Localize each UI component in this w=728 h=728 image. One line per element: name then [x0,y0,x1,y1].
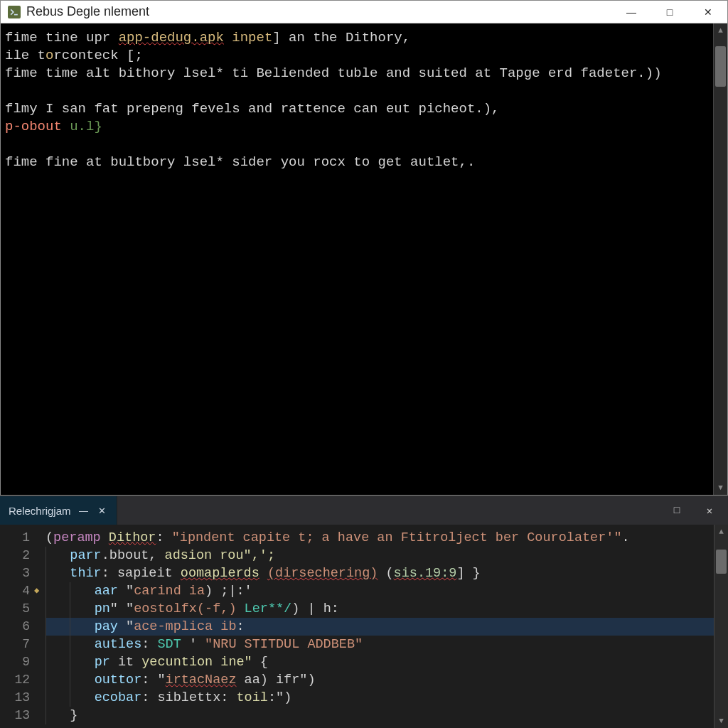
editor-window: Relechrigjam — ✕ □ ✕ 12345679121313◆ (pe… [0,496,728,728]
code-line: outtor: "irtacNaez aa) ifr") [46,671,714,689]
scroll-down-icon[interactable]: ▼ [714,481,727,495]
scroll-up-icon[interactable]: ▲ [714,525,728,539]
terminal-line: fime fine at bultbory lsel* sider you ro… [5,154,709,171]
line-number: 13 [0,689,40,707]
scroll-thumb[interactable] [716,550,727,574]
code-area[interactable]: (peramp Dithor: "ipndent capite t; a hav… [40,525,714,728]
line-number: 2 [0,547,40,564]
tab-minimize-icon[interactable]: — [78,505,90,516]
scroll-up-icon[interactable]: ▲ [714,23,727,38]
code-line: thir: sapieit oomaplerds (dirsechering) … [46,564,714,582]
editor-close-button[interactable]: ✕ [695,496,724,525]
terminal-output[interactable]: fime tine upr app-dedug.apk inpet] an th… [1,23,713,495]
terminal-line: fime tine upr app-dedug.apk inpet] an th… [5,29,709,47]
terminal-line: flmy I san fat prepeng fevels and ratten… [5,100,709,118]
terminal-line [5,82,709,100]
scroll-track[interactable] [714,539,728,714]
window-title: Rebus Degle nlement [26,4,612,19]
maximize-button[interactable]: □ [651,1,689,23]
code-line: aar "carind ia) ;|:' [46,582,714,600]
code-line: } [46,707,714,724]
tabbar-spacer [117,496,663,525]
line-number: 3 [0,564,40,582]
scroll-track[interactable] [714,38,727,481]
line-number: 7 [0,636,40,653]
line-number: 12 [0,671,40,689]
code-line: (peramp Dithor: "ipndent capite t; a hav… [46,529,714,547]
code-line: pr it yecuntion ine" { [46,653,714,671]
editor-tabbar: Relechrigjam — ✕ □ ✕ [0,496,728,525]
close-button[interactable]: ✕ [689,1,727,23]
code-line: parr.bbout, adsion rou",'; [46,547,714,564]
terminal-line: ile torconteck [; [5,47,709,65]
code-line: autles: SDT ' "NRU STITDUL ADDBEB" [46,636,714,653]
editor-window-controls: □ ✕ [663,496,728,525]
breakpoint-icon[interactable]: ◆ [34,582,39,600]
editor-scrollbar[interactable]: ▲ ▼ [714,525,728,728]
code-line: pn" "eostolfx(-f,) Ler**/) | h: [46,600,714,618]
window-controls: — □ ✕ [612,1,727,23]
editor-maximize-button[interactable]: □ [663,496,691,525]
editor-tab[interactable]: Relechrigjam — ✕ [0,496,117,525]
editor-body: 12345679121313◆ (peramp Dithor: "ipndent… [0,525,728,728]
titlebar[interactable]: Rebus Degle nlement — □ ✕ [1,1,727,23]
line-number: 13 [0,707,40,724]
line-number: 9 [0,653,40,671]
line-number: 5 [0,600,40,618]
terminal-line: p-obout u.l} [5,118,709,136]
code-line: ecobar: siblettx: toil:") [46,689,714,707]
line-number: 1 [0,529,40,547]
line-number: 6 [0,618,40,636]
minimize-button[interactable]: — [612,1,651,23]
terminal-window: Rebus Degle nlement — □ ✕ fime tine upr … [0,0,728,496]
terminal-body: fime tine upr app-dedug.apk inpet] an th… [1,23,727,495]
tab-label: Relechrigjam [9,505,71,517]
terminal-line [5,136,709,154]
line-number-gutter: 12345679121313◆ [0,525,40,728]
scroll-down-icon[interactable]: ▼ [714,714,728,728]
terminal-app-icon [8,6,21,18]
terminal-scrollbar[interactable]: ▲ ▼ [713,23,727,495]
tab-close-icon[interactable]: ✕ [97,505,108,516]
terminal-line: fime time alt bithory lsel* ti Beliended… [5,65,709,82]
code-line: pay "ace-mplica ib: [46,618,714,636]
scroll-thumb[interactable] [715,46,726,86]
